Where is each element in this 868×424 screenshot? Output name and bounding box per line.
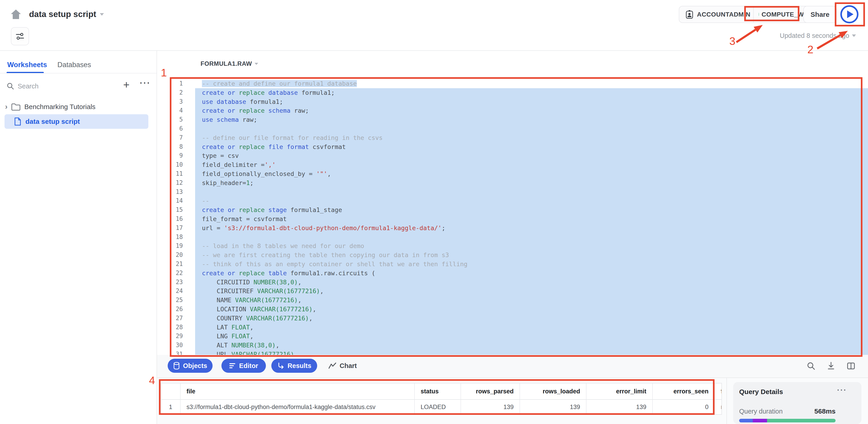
- code-line[interactable]: 23 CIRCUITID NUMBER(38,0),: [157, 278, 868, 287]
- table-cell-rows_parsed[interactable]: 139: [461, 400, 520, 414]
- sidebar-item-worksheet-selected[interactable]: data setup script: [4, 114, 148, 129]
- updated-status[interactable]: Updated 8 seconds ago: [780, 32, 856, 39]
- code-token: [224, 270, 228, 276]
- code-line[interactable]: 5use schema raw;: [157, 115, 868, 124]
- code-line[interactable]: 28 LAT FLOAT,: [157, 323, 868, 332]
- sidebar-search[interactable]: Search + ⋯: [6, 80, 150, 93]
- code-line-content: [195, 124, 868, 133]
- columns-icon: [846, 361, 856, 371]
- code-line[interactable]: 22create or replace table formula1.raw.c…: [157, 269, 868, 278]
- table-cell-f[interactable]: n: [715, 400, 722, 414]
- code-line[interactable]: 14--: [157, 196, 868, 205]
- table-row[interactable]: 1s3://formula1-dbt-cloud-python-demo/for…: [161, 400, 721, 414]
- code-token: field_delimiter =: [202, 161, 265, 168]
- table-cell-rows_loaded[interactable]: 139: [520, 400, 586, 414]
- column-header-error_limit[interactable]: error_limit: [586, 383, 653, 400]
- search-results-button[interactable]: [806, 361, 816, 371]
- column-header-errors_seen[interactable]: errors_seen: [653, 383, 715, 400]
- code-line[interactable]: 19-- load in the 8 tables we need for ou…: [157, 241, 868, 251]
- code-token: [265, 107, 268, 114]
- chart-toggle-button[interactable]: Chart: [328, 359, 357, 373]
- context-selector[interactable]: ACCOUNTADMIN COMPUTE_WH: [679, 6, 809, 23]
- tab-worksheets[interactable]: Worksheets: [7, 61, 47, 69]
- code-token: LNG: [202, 333, 231, 340]
- download-results-button[interactable]: [826, 361, 836, 371]
- code-line[interactable]: 25 NAME VARCHAR(16777216),: [157, 296, 868, 305]
- code-line[interactable]: 8create or replace file format csvformat: [157, 142, 868, 152]
- column-header-status[interactable]: status: [415, 383, 461, 400]
- table-cell-status[interactable]: LOADED: [415, 400, 461, 414]
- objects-toggle-button[interactable]: Objects: [168, 359, 213, 373]
- role-selector[interactable]: ACCOUNTADMIN: [679, 6, 753, 23]
- code-line[interactable]: 4create or replace schema raw;: [157, 106, 868, 115]
- tab-databases[interactable]: Databases: [57, 61, 91, 69]
- column-header-f[interactable]: f: [715, 383, 722, 400]
- line-number: 1: [157, 79, 191, 88]
- code-line[interactable]: 9type = csv: [157, 151, 868, 160]
- split-view-button[interactable]: [846, 361, 856, 371]
- worksheet-settings-button[interactable]: [11, 27, 29, 45]
- code-token: CIRCUITREF: [202, 288, 257, 295]
- code-token: ,: [250, 324, 253, 331]
- worksheet-title[interactable]: data setup script: [29, 9, 104, 19]
- sql-editor[interactable]: 1-- create and define our formula1 datab…: [157, 79, 868, 355]
- code-line[interactable]: 17url = 's3://formula1-dbt-cloud-python-…: [157, 224, 868, 233]
- table-cell-file[interactable]: s3://formula1-dbt-cloud-python-demo/form…: [181, 400, 415, 414]
- code-line-content: URL VARCHAR(16777216),: [195, 350, 868, 355]
- code-line[interactable]: 1-- create and define our formula1 datab…: [157, 79, 868, 88]
- code-token: create: [202, 89, 224, 96]
- code-token: FLOAT: [231, 333, 250, 340]
- code-token: VARCHAR(16777216): [250, 306, 312, 313]
- column-header-rows_parsed[interactable]: rows_parsed: [461, 383, 520, 400]
- column-header-file[interactable]: file: [181, 383, 415, 400]
- code-line[interactable]: 3use database formula1;: [157, 97, 868, 106]
- results-toggle-button[interactable]: Results: [271, 359, 317, 373]
- code-line[interactable]: 21-- think of this as an empty container…: [157, 260, 868, 269]
- code-line-content: NAME VARCHAR(16777216),: [195, 296, 868, 305]
- code-line-content: CIRCUITID NUMBER(38,0),: [195, 278, 868, 287]
- share-button[interactable]: Share: [803, 6, 837, 23]
- code-line[interactable]: 13: [157, 188, 868, 197]
- code-line[interactable]: 27 COUNTRY VARCHAR(16777216),: [157, 314, 868, 323]
- code-token: create: [202, 107, 224, 114]
- code-line[interactable]: 24 CIRCUITREF VARCHAR(16777216),: [157, 287, 868, 296]
- code-line-content: create or replace schema raw;: [195, 106, 868, 115]
- sidebar-item-label: Benchmarking Tutorials: [24, 103, 95, 111]
- play-icon: [847, 10, 854, 18]
- warehouse-selector[interactable]: COMPUTE_WH: [754, 6, 809, 23]
- run-button[interactable]: [840, 5, 859, 23]
- code-line[interactable]: 30 ALT NUMBER(38,0),: [157, 341, 868, 350]
- code-line[interactable]: 31 URL VARCHAR(16777216),: [157, 350, 868, 355]
- code-token: [224, 89, 228, 96]
- code-line[interactable]: 10field_delimiter =',': [157, 160, 868, 169]
- table-cell-errors_seen[interactable]: 0: [653, 400, 715, 414]
- code-line[interactable]: 12skip_header=1;: [157, 178, 868, 188]
- code-line[interactable]: 26 LOCATION VARCHAR(16777216),: [157, 305, 868, 314]
- code-line[interactable]: 20-- we are first creating the table the…: [157, 251, 868, 260]
- sidebar-more-button[interactable]: ⋯: [139, 76, 150, 89]
- new-worksheet-button[interactable]: +: [123, 78, 129, 91]
- code-line-content: file_format = csvformat: [195, 215, 868, 224]
- code-token: 's3://formula1-dbt-cloud-python-demo/for…: [224, 225, 442, 231]
- query-details-more-button[interactable]: ⋯: [836, 384, 847, 395]
- table-cell-error_limit[interactable]: 139: [586, 400, 653, 414]
- code-line-content: -- load in the 8 tables we need for our …: [195, 241, 868, 251]
- code-line[interactable]: 11field_optionally_enclosed_by = '"',: [157, 169, 868, 178]
- code-line[interactable]: 6: [157, 124, 868, 133]
- code-line[interactable]: 15create or replace stage formula1_stage: [157, 205, 868, 215]
- home-button[interactable]: [9, 8, 22, 21]
- code-line[interactable]: 16file_format = csvformat: [157, 215, 868, 224]
- code-line[interactable]: 2create or replace database formula1;: [157, 88, 868, 97]
- editor-toggle-button[interactable]: Editor: [221, 359, 266, 373]
- results-table[interactable]: filestatusrows_parsedrows_loadederror_li…: [161, 383, 722, 415]
- worksheet-context-tab[interactable]: FORMULA1.RAW: [200, 60, 258, 67]
- line-number: 13: [157, 188, 191, 197]
- code-line[interactable]: 7-- define our file format for reading i…: [157, 133, 868, 142]
- column-header-rows_loaded[interactable]: rows_loaded: [520, 383, 586, 400]
- code-line[interactable]: 29 LNG FLOAT,: [157, 332, 868, 341]
- role-badge-icon: [685, 10, 694, 19]
- code-line[interactable]: 18: [157, 233, 868, 242]
- code-token: [265, 143, 268, 150]
- sidebar-item-folder[interactable]: › Benchmarking Tutorials: [5, 99, 150, 114]
- code-token: table: [268, 270, 287, 276]
